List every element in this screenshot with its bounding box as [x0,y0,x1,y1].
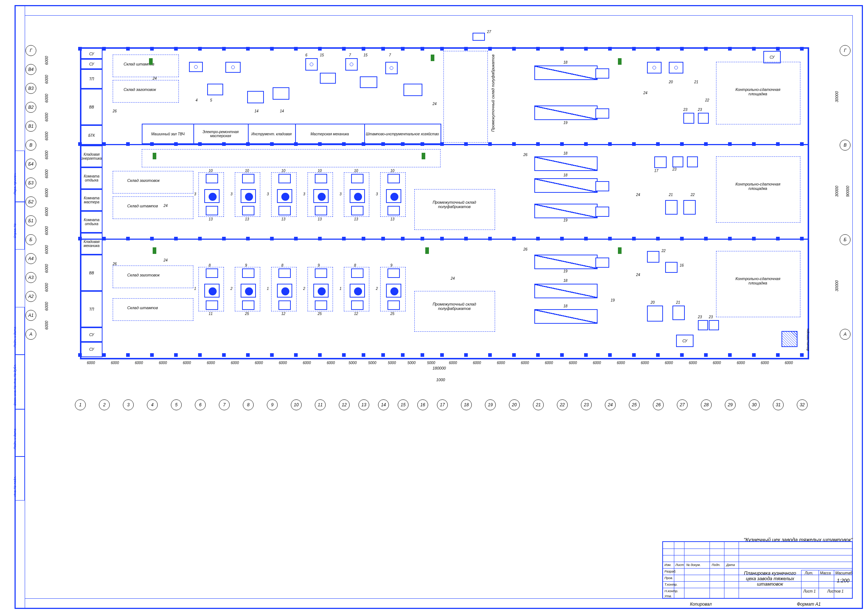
area-intermediate-2 [414,189,495,230]
column [512,353,516,357]
dim-row-14: 6000 [44,302,49,311]
grid-row-v2: В2 [25,102,36,113]
strip-vzam-inv: Взам. инв. № Инв. № дубл. [13,364,17,406]
room-tp-1: ТП [81,68,102,90]
grid-col-2: 2 [99,399,110,410]
ref-20-b1: 20 [669,80,673,84]
tb-tkontr: Т.контр. [665,583,677,586]
room-mech: Кладовая механика [81,232,102,255]
column [198,142,202,146]
eq-23-b3-1 [698,320,708,330]
grid-col-25: 25 [629,399,640,410]
column [420,142,424,146]
column [150,237,154,241]
dim-col-26: 6000 [665,361,673,365]
column [800,353,804,357]
column [150,353,154,357]
dim-row-15: 6000 [44,321,49,330]
eq-top-6 [305,58,318,71]
dim-col-23: 6000 [593,361,601,365]
column [776,47,780,51]
dim-col-11: 6000 [327,361,335,365]
dim-col-17: 6000 [449,361,457,365]
column [102,47,106,51]
ref-18-b2-2: 18 [563,173,567,177]
green-7 [618,58,622,65]
ref-19-b1-1: 19 [563,121,567,125]
dim-col-7: 6000 [231,361,239,365]
green-8 [618,247,622,254]
column [78,237,82,241]
eq-top-7 [320,73,336,84]
dim-col-31: 6000 [785,361,793,365]
column [318,353,322,357]
column [440,237,444,241]
column [78,142,82,146]
grid-col-16: 16 [417,399,428,410]
lbl-vent: Вентиляторн. [806,328,809,351]
column [270,353,274,357]
machine-18-b1-1 [534,65,598,80]
column [512,142,516,146]
grid-col-6: 6 [195,399,206,410]
grid-row-b3: Б3 [25,177,36,188]
dim-row-11: 6000 [44,245,49,254]
eq-23-b2-2 [687,156,698,167]
room-stamp-tool: Штампово-инструментальное хозяйство [364,124,440,143]
drawing-sheet: Инв. № подл. Подп. и дата Взам. инв. № И… [0,0,868,614]
column [102,353,106,357]
column [362,353,365,357]
column [632,47,636,51]
grid-col-27: 27 [677,399,688,410]
column [174,142,178,146]
eq-22-b2 [684,200,696,215]
eq-21-b2 [665,200,677,215]
column [704,142,708,146]
column [632,142,636,146]
area-intermediate-3 [414,291,495,332]
grid-col-19: 19 [485,399,496,410]
eq-16-b3 [665,262,677,273]
dim-col-small: 1000 [436,378,445,382]
ref-24-int1: 24 [432,102,437,106]
column [198,47,202,51]
machine-19-b2 [534,204,598,218]
ref-15b: 15 [363,53,367,57]
dim-row-1: 6000 [44,56,49,65]
eq-top-3 [225,62,240,73]
grid-row-v3: В3 [25,83,36,94]
column [536,142,540,146]
column [420,237,424,241]
grid-row-b1: Б1 [25,215,36,226]
column [294,237,298,241]
eq-23-b1-2 [698,113,709,124]
press-cell: 8112 [342,266,372,313]
column [294,142,298,146]
column [440,47,444,51]
tb-h-data: Дата [726,563,735,567]
grid-row-b2: Б2 [25,196,36,207]
room-mechshop: Мастерская механика [295,124,365,143]
grid-row-v1: В1 [25,121,36,132]
column [464,47,468,51]
dim-col-21: 6000 [545,361,553,365]
tb-h-doc: № докум. [686,563,701,567]
ref-18-b2-1: 18 [563,151,567,155]
dim-col-25: 6000 [641,361,649,365]
column [656,142,660,146]
tb-sheets: Листов 1 [827,589,844,593]
machine-19-b1-1 [534,106,598,120]
press-cell: 9225 [305,266,335,313]
column [680,237,684,241]
lbl-blank-2: Склад заготовок [127,178,160,183]
column [464,353,468,357]
grid-col-4: 4 [147,399,158,410]
machine-18-b3-1 [534,284,598,298]
grid-col-32: 32 [797,399,808,410]
green-2 [431,54,434,61]
column [560,47,564,51]
dim-row-9: 6000 [44,207,49,216]
eq-top-2 [207,84,223,95]
room-su-4: СУ [81,341,102,357]
press-cell: 10313 [378,171,408,218]
